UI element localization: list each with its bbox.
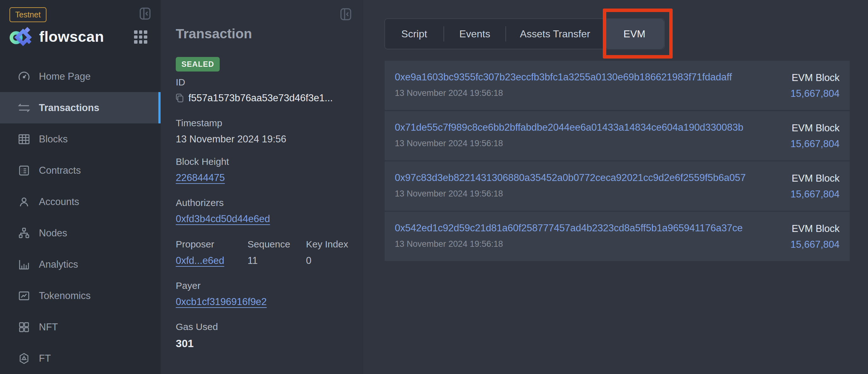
collapse-panel-icon — [339, 7, 353, 22]
sidebar: Testnet flowscan — [0, 0, 161, 374]
tab-label: Script — [401, 28, 427, 40]
gas-used-value: 301 — [176, 337, 194, 350]
evm-block-label: EVM Block — [792, 72, 840, 84]
transaction-hash-link[interactable]: 0x542ed1c92d59c21d81a60f258777457ad4b232… — [395, 223, 743, 234]
panel-collapse-button[interactable] — [339, 7, 353, 22]
sidebar-item-label: Nodes — [39, 228, 67, 239]
payer-label: Payer — [176, 280, 200, 291]
proposer-link[interactable]: 0xfd...e6ed — [176, 255, 224, 266]
sidebar-item-label: Accounts — [39, 196, 79, 207]
gauge-icon — [18, 70, 31, 83]
collapse-sidebar-icon — [138, 6, 152, 21]
sidebar-item-tokenomics[interactable]: Tokenomics — [0, 280, 161, 311]
sidebar-item-label: Tokenomics — [39, 290, 91, 301]
evm-block-link[interactable]: 15,667,804 — [790, 88, 840, 99]
transaction-hash-link[interactable]: 0xe9a1603bc9355fc307b23eccfb3bfc1a3255a0… — [395, 71, 732, 83]
key-index-label: Key Index — [306, 239, 348, 250]
timestamp-label: Timestamp — [176, 118, 222, 128]
testnet-badge: Testnet — [9, 7, 46, 22]
row-timestamp: 13 November 2024 19:56:18 — [395, 139, 743, 148]
transaction-hash-link[interactable]: 0x71de55c7f989c8ce6bb2bffabdbe2044ee6a01… — [395, 122, 743, 133]
transfer-icon — [18, 101, 31, 115]
authorizer-link[interactable]: 0xfd3b4cd50d44e6ed — [176, 213, 270, 225]
transaction-row: 0x71de55c7f989c8ce6bb2bffabdbe2044ee6a01… — [385, 111, 850, 161]
tokenomics-icon — [18, 289, 31, 303]
block-height-label: Block Height — [176, 156, 229, 167]
ft-icon — [18, 352, 31, 365]
status-badge: SEALED — [176, 57, 220, 71]
sidebar-item-analytics[interactable]: Analytics — [0, 249, 161, 280]
tab-label: Events — [459, 28, 490, 40]
tab-label: EVM — [623, 28, 645, 40]
transaction-list: 0xe9a1603bc9355fc307b23eccfb3bfc1a3255a0… — [385, 61, 850, 262]
flowscan-logo — [9, 26, 32, 47]
transaction-panel: Transaction SEALED ID f557a1573b76aa53e7… — [161, 0, 363, 374]
evm-block-label: EVM Block — [792, 173, 840, 184]
copy-icon[interactable] — [175, 92, 185, 104]
authorizers-label: Authorizers — [176, 197, 224, 208]
sidebar-item-accounts[interactable]: Accounts — [0, 186, 161, 218]
tab-label: Assets Transfer — [520, 28, 590, 40]
sidebar-item-nft[interactable]: NFT — [0, 311, 161, 343]
sidebar-item-label: Blocks — [39, 134, 68, 145]
content-tabs: Script Events Assets Transfer EVM — [384, 18, 665, 49]
contracts-icon — [18, 164, 31, 177]
sidebar-item-transactions[interactable]: Transactions — [0, 92, 161, 123]
sidebar-item-label: Contracts — [39, 165, 81, 176]
gas-used-label: Gas Used — [176, 321, 218, 332]
sidebar-item-nodes[interactable]: Nodes — [0, 218, 161, 249]
transaction-id-label: ID — [176, 77, 185, 88]
proposer-label: Proposer — [176, 239, 214, 250]
transaction-row: 0xe9a1603bc9355fc307b23eccfb3bfc1a3255a0… — [385, 61, 850, 110]
sequence-label: Sequence — [248, 239, 290, 250]
nodes-icon — [18, 227, 31, 240]
transaction-hash-link[interactable]: 0x97c83d3eb8221431306880a35452a0b0772cec… — [395, 172, 746, 183]
key-index-value: 0 — [306, 255, 311, 266]
evm-block-link[interactable]: 15,667,804 — [790, 138, 840, 150]
row-timestamp: 13 November 2024 19:56:18 — [395, 88, 732, 98]
timestamp-value: 13 November 2024 19:56 — [176, 134, 286, 145]
nft-icon — [18, 320, 31, 334]
transaction-row: 0x97c83d3eb8221431306880a35452a0b0772cec… — [385, 162, 850, 211]
sidebar-item-label: Home Page — [39, 71, 91, 82]
sidebar-item-ft[interactable]: FT — [0, 343, 161, 374]
page-title: Transaction — [176, 26, 252, 41]
main-content: Script Events Assets Transfer EVM 0xe9a1… — [363, 0, 868, 374]
transaction-row: 0x542ed1c92d59c21d81a60f258777457ad4b232… — [385, 212, 850, 261]
blocks-icon — [18, 133, 31, 146]
sidebar-item-label: FT — [39, 353, 51, 364]
brand-name: flowscan — [39, 28, 104, 45]
sidebar-item-contracts[interactable]: Contracts — [0, 155, 161, 186]
sequence-value: 11 — [248, 255, 258, 266]
transaction-id-value: f557a1573b76aa53e73d46f3e1... — [188, 92, 333, 104]
sidebar-item-label: NFT — [39, 321, 58, 333]
block-height-link[interactable]: 226844475 — [176, 172, 225, 183]
sidebar-nav: Home Page Transactions Blocks Contracts — [0, 61, 161, 374]
tab-assets-transfer[interactable]: Assets Transfer — [506, 19, 604, 49]
analytics-icon — [18, 258, 31, 271]
sidebar-item-home-page[interactable]: Home Page — [0, 61, 161, 92]
sidebar-item-label: Analytics — [39, 259, 78, 270]
apps-grid-icon[interactable] — [134, 30, 147, 44]
evm-block-label: EVM Block — [792, 223, 840, 234]
sidebar-collapse-button[interactable] — [138, 6, 152, 21]
accounts-icon — [18, 195, 31, 208]
evm-block-label: EVM Block — [792, 122, 840, 134]
sidebar-item-blocks[interactable]: Blocks — [0, 123, 161, 155]
row-timestamp: 13 November 2024 19:56:18 — [395, 239, 743, 249]
payer-link[interactable]: 0xcb1cf3196916f9e2 — [176, 296, 267, 308]
tab-evm[interactable]: EVM — [605, 19, 664, 49]
tab-script[interactable]: Script — [385, 19, 443, 49]
sidebar-item-label: Transactions — [39, 102, 99, 114]
row-timestamp: 13 November 2024 19:56:18 — [395, 189, 746, 199]
evm-block-link[interactable]: 15,667,804 — [790, 189, 840, 200]
tab-events[interactable]: Events — [444, 19, 505, 49]
evm-block-link[interactable]: 15,667,804 — [790, 239, 840, 250]
